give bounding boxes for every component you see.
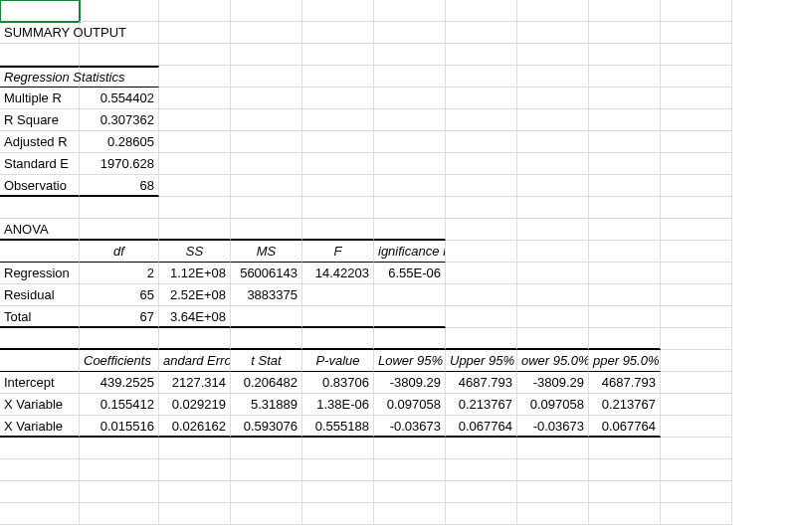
cell[interactable] [661,503,732,525]
cell[interactable] [231,22,302,44]
cell[interactable] [302,66,374,88]
coef-value[interactable]: 4687.793 [446,372,517,394]
cell[interactable] [589,306,661,328]
cell[interactable] [517,438,589,459]
cell[interactable] [159,22,231,44]
cell[interactable] [159,328,231,350]
cell[interactable] [589,438,661,459]
cell[interactable] [374,22,446,44]
cell[interactable] [517,328,589,350]
cell[interactable] [80,328,159,350]
reg-stat-value[interactable]: 0.28605 [80,131,159,153]
coef-value[interactable]: 0.067764 [446,416,517,438]
coef-value[interactable]: 0.097058 [517,394,589,416]
cell[interactable] [374,0,446,22]
cell[interactable] [446,44,517,66]
active-cell[interactable] [0,0,80,22]
cell[interactable] [159,197,231,219]
cell[interactable] [159,109,231,131]
cell[interactable] [159,0,231,22]
cell[interactable] [589,284,661,306]
reg-stat-label[interactable]: Adjusted R [0,131,80,153]
cell[interactable] [80,197,159,219]
cell[interactable] [446,175,517,197]
cell[interactable] [374,328,446,350]
cell[interactable] [446,284,517,306]
cell[interactable] [517,109,589,131]
cell[interactable] [589,153,661,175]
cell[interactable] [517,263,589,284]
cell[interactable] [302,22,374,44]
coef-col-lower95[interactable]: Lower 95% [374,350,446,372]
cell[interactable] [231,175,302,197]
cell[interactable] [446,197,517,219]
regression-statistics-header[interactable]: Regression Statistics [0,66,80,88]
cell[interactable] [517,44,589,66]
cell[interactable] [302,503,374,525]
cell[interactable] [517,66,589,88]
cell[interactable] [302,197,374,219]
cell[interactable] [159,88,231,109]
cell[interactable] [661,350,732,372]
cell[interactable] [231,153,302,175]
cell[interactable] [374,306,446,328]
cell[interactable] [302,175,374,197]
cell[interactable] [231,197,302,219]
coef-value[interactable]: -3809.29 [517,372,589,394]
cell[interactable] [302,219,374,241]
cell[interactable] [231,481,302,503]
cell[interactable] [231,131,302,153]
cell[interactable] [589,503,661,525]
cell[interactable] [374,109,446,131]
anova-value[interactable]: 2 [80,263,159,284]
cell[interactable] [80,503,159,525]
cell[interactable] [0,438,80,459]
coef-value[interactable]: 0.213767 [446,394,517,416]
cell[interactable] [0,459,80,481]
cell[interactable] [80,438,159,459]
cell[interactable] [446,219,517,241]
cell[interactable] [517,219,589,241]
cell[interactable] [589,44,661,66]
coef-row-label[interactable]: Intercept [0,372,80,394]
cell[interactable] [159,66,231,88]
coef-value[interactable]: 2127.314 [159,372,231,394]
cell[interactable] [517,88,589,109]
cell[interactable] [374,481,446,503]
cell[interactable] [231,328,302,350]
cell[interactable] [302,438,374,459]
cell[interactable] [661,328,732,350]
anova-value[interactable]: 14.42203 [302,263,374,284]
anova-header[interactable]: ANOVA [0,219,80,241]
coef-col-upper95-0[interactable]: pper 95.0% [589,350,661,372]
anova-col-ms[interactable]: MS [231,241,302,263]
cell[interactable] [374,66,446,88]
cell[interactable] [374,459,446,481]
cell[interactable] [374,284,446,306]
cell[interactable] [231,88,302,109]
cell[interactable] [589,241,661,263]
cell[interactable] [374,219,446,241]
cell[interactable] [302,44,374,66]
cell[interactable] [446,328,517,350]
coef-value[interactable]: 0.206482 [231,372,302,394]
cell[interactable] [159,219,231,241]
coef-value[interactable]: -0.03673 [517,416,589,438]
cell[interactable] [374,503,446,525]
cell[interactable] [446,459,517,481]
coef-value[interactable]: 0.029219 [159,394,231,416]
anova-row-label[interactable]: Residual [0,284,80,306]
cell[interactable] [231,306,302,328]
cell[interactable] [302,459,374,481]
coef-col-lower95-0[interactable]: ower 95.0% [517,350,589,372]
cell[interactable] [517,197,589,219]
coef-value[interactable]: 0.015516 [80,416,159,438]
cell[interactable] [661,438,732,459]
reg-stat-value[interactable]: 68 [80,175,159,197]
coef-col-coefficients[interactable]: Coefficients [80,350,159,372]
coef-value[interactable]: 4687.793 [589,372,661,394]
cell[interactable] [302,284,374,306]
anova-value[interactable]: 3.64E+08 [159,306,231,328]
cell[interactable] [302,131,374,153]
coef-value[interactable]: 0.067764 [589,416,661,438]
